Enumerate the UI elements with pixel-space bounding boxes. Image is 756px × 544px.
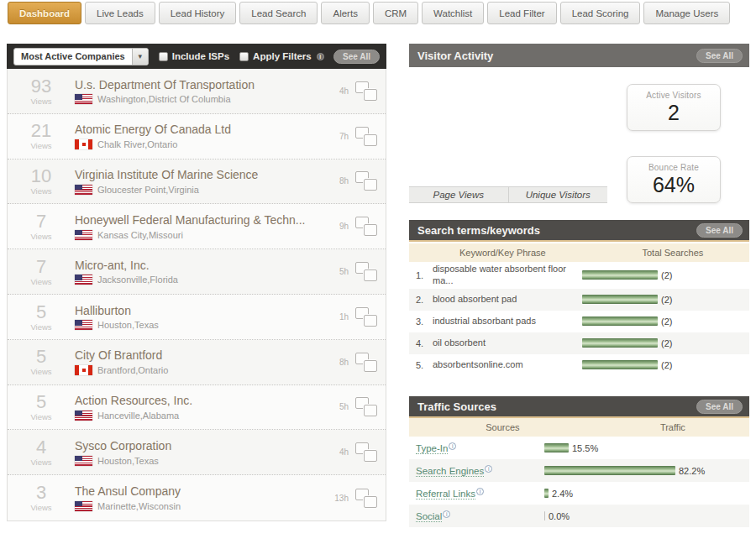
company-row[interactable]: 7ViewsMicro-ant, Inc.Jacksonville,Florid… bbox=[8, 249, 386, 295]
info-icon[interactable]: i bbox=[317, 53, 324, 60]
keyword-bar-group: (2) bbox=[582, 270, 672, 280]
company-row[interactable]: 3ViewsThe Ansul CompanyMarinette,Wiscons… bbox=[8, 475, 386, 520]
keywords-see-all-button[interactable]: See All bbox=[696, 223, 743, 238]
company-row[interactable]: 7ViewsHoneywell Federal Manufacturing & … bbox=[8, 204, 386, 249]
company-sub: Gloucester Point,Virginia bbox=[75, 185, 258, 195]
visitor-activity-axis: Page Views Unique Visitors bbox=[409, 186, 607, 203]
notes-icon[interactable] bbox=[355, 307, 377, 327]
include-isps-label: Include ISPs bbox=[172, 51, 229, 61]
company-row-actions: 4h bbox=[339, 442, 386, 462]
company-row[interactable]: 4ViewsSysco CorporationHouston,Texas4h bbox=[8, 430, 386, 475]
notes-icon[interactable] bbox=[355, 397, 377, 416]
company-sub: Marinette,Wisconsin bbox=[75, 501, 181, 511]
checkbox-icon[interactable] bbox=[239, 52, 249, 61]
us-flag-icon bbox=[75, 185, 92, 195]
company-main: Sysco CorporationHouston,Texas bbox=[75, 439, 171, 466]
company-name[interactable]: Sysco Corporation bbox=[75, 439, 171, 454]
keyword-text[interactable]: absorbentsonline.com bbox=[433, 359, 582, 371]
include-isps-checkbox[interactable]: Include ISPs bbox=[159, 51, 229, 61]
tab-live-leads[interactable]: Live Leads bbox=[85, 2, 155, 24]
traffic-panel-header: Traffic Sources See All bbox=[409, 396, 749, 418]
apply-filters-checkbox[interactable]: Apply Filters i bbox=[239, 51, 324, 61]
traffic-source-link[interactable]: Type-In bbox=[416, 443, 448, 454]
company-name[interactable]: Virginia Institute Of Marine Science bbox=[75, 168, 258, 183]
notes-icon[interactable] bbox=[355, 81, 377, 101]
tab-watchlist[interactable]: Watchlist bbox=[422, 2, 484, 24]
checkbox-icon[interactable] bbox=[159, 52, 168, 61]
traffic-source-link[interactable]: Search Engines bbox=[416, 466, 484, 477]
page-views-axis-label: Page Views bbox=[409, 187, 508, 202]
keywords-column-headers: Keyword/Key Phrase Total Searches bbox=[409, 243, 749, 262]
info-icon[interactable]: i bbox=[485, 465, 492, 473]
company-row[interactable]: 5ViewsHalliburtonHouston,Texas1h bbox=[8, 295, 386, 340]
keyword-row: 5.absorbentsonline.com(2) bbox=[409, 354, 749, 376]
notes-icon[interactable] bbox=[355, 353, 377, 372]
tab-lead-search[interactable]: Lead Search bbox=[239, 2, 318, 24]
company-name[interactable]: Action Resources, Inc. bbox=[75, 394, 192, 409]
traffic-pct: 2.4% bbox=[552, 489, 573, 499]
company-row[interactable]: 93ViewsU.s. Department Of Transportation… bbox=[8, 69, 386, 114]
views-column: 93Views bbox=[19, 77, 63, 106]
company-row[interactable]: 5ViewsCity Of BrantfordBrantford,Ontario… bbox=[8, 340, 386, 385]
company-main: HalliburtonHouston,Texas bbox=[75, 304, 159, 331]
company-main: City Of BrantfordBrantford,Ontario bbox=[75, 348, 168, 375]
tab-lead-filter[interactable]: Lead Filter bbox=[487, 2, 556, 24]
company-name[interactable]: Micro-ant, Inc. bbox=[75, 259, 178, 274]
company-name[interactable]: U.s. Department Of Transportation bbox=[75, 78, 255, 93]
info-icon[interactable]: i bbox=[449, 442, 456, 450]
info-icon[interactable]: i bbox=[476, 488, 484, 495]
info-icon[interactable]: i bbox=[443, 510, 450, 518]
traffic-source-label-wrap: Sociali bbox=[416, 510, 544, 522]
notes-icon[interactable] bbox=[355, 262, 377, 281]
notes-icon[interactable] bbox=[355, 442, 377, 462]
bounce-rate-box: Bounce Rate 64% bbox=[627, 156, 721, 203]
traffic-source-row: Type-Ini15.5% bbox=[409, 437, 749, 459]
tab-manage-users[interactable]: Manage Users bbox=[643, 2, 730, 24]
companies-see-all-button[interactable]: See All bbox=[333, 50, 380, 64]
views-column: 10Views bbox=[19, 167, 63, 196]
traffic-source-link[interactable]: Social bbox=[416, 511, 442, 522]
traffic-source-row: Referral Linksi2.4% bbox=[409, 482, 749, 505]
company-name[interactable]: The Ansul Company bbox=[75, 484, 181, 500]
keyword-text[interactable]: industrial absorbant pads bbox=[433, 316, 582, 327]
keyword-rank: 3. bbox=[416, 316, 433, 327]
tab-lead-scoring[interactable]: Lead Scoring bbox=[560, 2, 641, 24]
company-name[interactable]: City Of Brantford bbox=[75, 348, 168, 364]
company-location: Hanceville,Alabama bbox=[97, 411, 179, 421]
company-row-actions: 7h bbox=[339, 127, 386, 146]
views-count: 3 bbox=[19, 484, 63, 502]
companies-filter-dropdown[interactable]: Most Active Companies ▾ bbox=[13, 48, 149, 65]
notes-icon[interactable] bbox=[355, 127, 377, 146]
tab-lead-history[interactable]: Lead History bbox=[159, 2, 237, 24]
tab-dashboard[interactable]: Dashboard bbox=[8, 2, 81, 24]
visitor-activity-see-all-button[interactable]: See All bbox=[696, 49, 743, 63]
keyword-row: 3.industrial absorbant pads(2) bbox=[409, 311, 749, 332]
tab-crm[interactable]: CRM bbox=[373, 2, 418, 24]
company-row[interactable]: 10ViewsVirginia Institute Of Marine Scie… bbox=[8, 160, 386, 205]
last-visit-time: 4h bbox=[339, 447, 349, 457]
keyword-text[interactable]: oil obsorbent bbox=[433, 337, 582, 349]
keyword-bar-group: (2) bbox=[582, 295, 672, 305]
note-card-front bbox=[364, 450, 377, 462]
notes-icon[interactable] bbox=[355, 489, 377, 508]
keyword-text[interactable]: blood absorbent pad bbox=[433, 294, 582, 306]
company-sub: Chalk River,Ontario bbox=[75, 139, 231, 149]
traffic-see-all-button[interactable]: See All bbox=[696, 400, 743, 414]
notes-icon[interactable] bbox=[355, 171, 377, 191]
company-row[interactable]: 21ViewsAtomic Energy Of Canada LtdChalk … bbox=[8, 114, 386, 160]
chevron-down-icon[interactable]: ▾ bbox=[132, 48, 148, 65]
notes-icon[interactable] bbox=[355, 217, 377, 236]
keyword-rank: 2. bbox=[416, 295, 433, 305]
last-visit-time: 8h bbox=[339, 358, 349, 367]
company-name[interactable]: Halliburton bbox=[75, 304, 159, 319]
traffic-source-link[interactable]: Referral Links bbox=[416, 489, 475, 500]
tab-alerts[interactable]: Alerts bbox=[321, 2, 369, 24]
company-name[interactable]: Honeywell Federal Manufacturing & Techn.… bbox=[75, 213, 305, 228]
keyword-text[interactable]: disposable water absorbent floor ma... bbox=[433, 264, 582, 287]
company-name[interactable]: Atomic Energy Of Canada Ltd bbox=[75, 123, 231, 138]
keywords-col1-header: Keyword/Key Phrase bbox=[409, 248, 596, 258]
keyword-count: (2) bbox=[661, 270, 672, 280]
keyword-count: (2) bbox=[661, 338, 672, 348]
company-row[interactable]: 5ViewsAction Resources, Inc.Hanceville,A… bbox=[8, 385, 386, 431]
company-main: Virginia Institute Of Marine ScienceGlou… bbox=[75, 168, 258, 195]
